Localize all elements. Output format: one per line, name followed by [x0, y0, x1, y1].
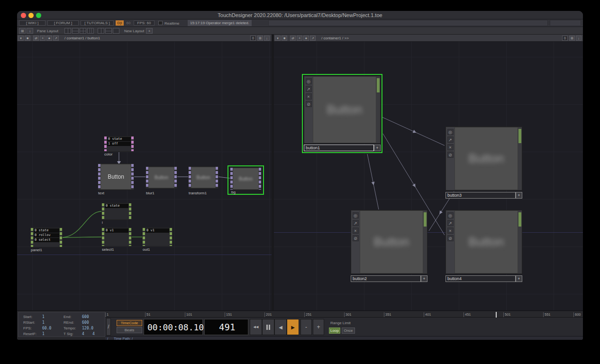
clip-flag-icon[interactable]: ⊘	[447, 152, 454, 158]
top-output-connector[interactable]	[259, 168, 261, 190]
right-pane-grid-icon[interactable]: ⊞	[569, 36, 575, 41]
expand-button[interactable]: +	[516, 192, 522, 199]
node-label[interactable]: select1	[102, 247, 114, 252]
clip-flag-icon[interactable]: ⊘	[306, 101, 312, 107]
realtime-checkbox[interactable]	[158, 21, 163, 25]
node-button3[interactable]: ◎ ↗ × ⊘ Button	[445, 127, 522, 191]
layout-preset-button[interactable]	[80, 28, 86, 34]
node-label[interactable]: panel1	[31, 248, 42, 252]
pane-bookmark-icon[interactable]: ★	[303, 36, 309, 41]
menu-right-box[interactable]	[550, 20, 581, 26]
tutorials-button[interactable]: [ TUTORIALS ]	[81, 20, 114, 26]
chop-output-connector[interactable]	[60, 228, 62, 247]
slash-icon[interactable]: /	[107, 337, 108, 340]
pause-button[interactable]	[262, 319, 274, 335]
timecode-display[interactable]: 00:00:08.10	[144, 319, 203, 335]
fps-field[interactable]: FPS: 60	[134, 20, 155, 26]
node-name-field[interactable]: button4	[445, 275, 516, 282]
node-bg[interactable]: Button	[230, 167, 262, 190]
node-label[interactable]: blur1	[146, 191, 155, 195]
left-network-editor[interactable]: 0 state 1 off color Button text Button b…	[17, 42, 272, 310]
viewer-flag-icon[interactable]: ◎	[306, 78, 312, 84]
top-output-connector[interactable]	[216, 167, 218, 188]
pane-type-dropdown-icon[interactable]: ▾	[275, 36, 281, 41]
viewer-flag-icon[interactable]: ◎	[447, 129, 454, 135]
add-layout-button[interactable]: +	[146, 28, 153, 34]
node-color[interactable]: 0 state 1 off	[104, 136, 134, 152]
top-output-connector[interactable]	[131, 164, 134, 190]
node-text[interactable]: Button	[98, 164, 134, 190]
comp-output-connector[interactable]	[376, 76, 380, 143]
node-label[interactable]: transform1	[189, 191, 207, 195]
chop-output-connector[interactable]	[131, 136, 134, 151]
tsig-value-b[interactable]: 4	[92, 332, 95, 336]
tempo-value[interactable]: 120.0	[82, 326, 93, 330]
once-button[interactable]: Once	[342, 328, 355, 334]
tsig-value-a[interactable]: 4	[82, 332, 84, 336]
node-i[interactable]: 0 state	[101, 203, 132, 220]
close-flag-icon[interactable]: ×	[447, 144, 454, 150]
layout-preset-button[interactable]	[87, 28, 94, 34]
pane-swap-icon[interactable]: ⇄	[290, 36, 296, 41]
node-label[interactable]: text	[98, 191, 104, 195]
node-blur1[interactable]: Button	[145, 166, 177, 189]
wiki-button[interactable]: [ WIKI ]	[19, 20, 45, 26]
viewer-flag-icon[interactable]: ◎	[447, 212, 454, 218]
layout-preset-button[interactable]	[64, 28, 71, 34]
resetf-value[interactable]: 1	[42, 332, 45, 336]
clip-flag-icon[interactable]: ⊘	[353, 235, 359, 241]
rend-value[interactable]: 600	[82, 320, 89, 325]
layout-preset-button[interactable]	[113, 28, 119, 34]
timeline-collapse-button[interactable]: /	[106, 318, 111, 336]
pane-swap-icon[interactable]: ⇄	[33, 36, 39, 41]
comp-output-connector[interactable]	[518, 210, 522, 273]
play-forward-button[interactable]: ▶	[287, 319, 299, 335]
left-pane-grid-icon[interactable]: ⊞	[257, 36, 263, 41]
layout-preset-button[interactable]	[72, 28, 79, 34]
chop-output-connector[interactable]	[129, 203, 131, 219]
frame-display[interactable]: 491	[204, 319, 248, 335]
node-button2[interactable]: ◎ ↗ × ⊘ Button	[351, 210, 427, 274]
timecode-mode-button[interactable]: TimeCode	[117, 320, 142, 326]
design-interact-toggle[interactable]: D|I	[116, 20, 124, 26]
node-name-field[interactable]: button3	[445, 192, 516, 199]
playhead[interactable]	[496, 312, 497, 318]
pane-type-dropdown-icon[interactable]: ▾	[18, 36, 24, 41]
node-panel1[interactable]: 0 state 0 rollov 0 select	[30, 228, 63, 247]
wire-flag-icon[interactable]: ↗	[306, 86, 312, 92]
viewer-flag-icon[interactable]: ◎	[353, 212, 359, 218]
chop-output-connector[interactable]	[129, 228, 131, 246]
right-pane-export-icon[interactable]: ↓	[576, 36, 582, 41]
fps-value[interactable]: 60.0	[42, 326, 51, 330]
comp-output-connector[interactable]	[518, 127, 522, 190]
node-label[interactable]: i	[102, 220, 103, 225]
wire-flag-icon[interactable]: ↗	[447, 220, 454, 226]
node-select1[interactable]: 0 v1	[101, 228, 132, 246]
right-pane-zoom-field[interactable]: 0	[562, 36, 568, 41]
node-label[interactable]: bg	[231, 190, 236, 194]
node-transform1[interactable]: Button	[188, 166, 218, 189]
expand-button[interactable]: +	[374, 145, 381, 151]
pane-stop-icon[interactable]: ■	[25, 36, 30, 41]
wire-flag-icon[interactable]: ↗	[353, 220, 359, 226]
node-button4[interactable]: ◎ ↗ × ⊘ Button	[445, 210, 522, 274]
close-flag-icon[interactable]: ×	[447, 228, 454, 234]
timeline-ruler[interactable]: 1 51 101 151 201 251 301 351 401 451 501…	[105, 312, 583, 318]
pane-layout-grid-icon[interactable]: ⊞	[19, 28, 26, 34]
right-network-editor[interactable]: ◎ ↗ × ⊘ Button button1 + ◎ ↗ × ⊘ Button …	[274, 42, 583, 310]
pane-add-icon[interactable]: +	[40, 36, 45, 41]
node-out1[interactable]: 0 v1	[142, 228, 173, 246]
forum-button[interactable]: [ FORUM ]	[47, 20, 79, 26]
step-back-button[interactable]: -	[300, 319, 312, 335]
step-forward-button[interactable]: +	[313, 319, 324, 335]
node-label[interactable]: color	[104, 152, 112, 156]
clip-flag-icon[interactable]: ⊘	[447, 235, 454, 241]
loop-button[interactable]: Loop	[329, 328, 340, 334]
beats-mode-button[interactable]: Beats	[117, 327, 142, 333]
expand-button[interactable]: +	[516, 275, 522, 282]
top-output-connector[interactable]	[174, 167, 177, 188]
pane-tearoff-icon[interactable]: ↗	[53, 36, 59, 41]
pane-add-icon[interactable]: +	[297, 36, 302, 41]
save-layout-icon[interactable]: ↓	[27, 28, 33, 34]
node-name-field[interactable]: button1	[304, 145, 374, 151]
